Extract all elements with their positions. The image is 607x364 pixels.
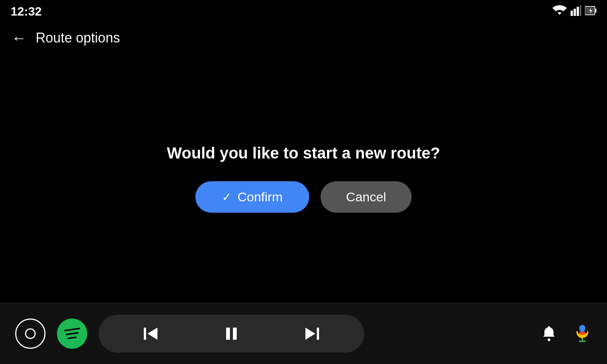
svg-rect-14 bbox=[579, 325, 585, 332]
svg-rect-10 bbox=[233, 328, 237, 340]
svg-rect-15 bbox=[579, 332, 585, 335]
svg-rect-7 bbox=[144, 328, 146, 340]
dialog-question: Would you like to start a new route? bbox=[167, 144, 440, 162]
svg-rect-0 bbox=[571, 11, 573, 16]
status-bar: 12:32 bbox=[0, 0, 607, 23]
confirm-button[interactable]: ✓ Confirm bbox=[195, 181, 309, 213]
svg-rect-11 bbox=[317, 328, 319, 340]
confirm-label: Confirm bbox=[237, 190, 283, 204]
page-title: Route options bbox=[36, 30, 120, 46]
svg-rect-2 bbox=[577, 7, 579, 16]
spotify-button[interactable] bbox=[57, 318, 87, 349]
svg-rect-5 bbox=[595, 9, 596, 13]
svg-marker-12 bbox=[305, 328, 315, 340]
svg-rect-9 bbox=[226, 328, 230, 340]
record-icon bbox=[25, 328, 36, 339]
pause-button[interactable] bbox=[220, 322, 243, 345]
svg-point-13 bbox=[548, 338, 550, 341]
nav-bar: ← Route options bbox=[0, 23, 607, 53]
status-icons bbox=[552, 5, 596, 17]
back-button[interactable]: ← bbox=[11, 30, 27, 46]
mic-button[interactable] bbox=[573, 323, 592, 345]
status-time: 12:32 bbox=[11, 5, 42, 19]
checkmark-icon: ✓ bbox=[222, 190, 231, 204]
battery-icon bbox=[585, 5, 596, 17]
notification-button[interactable] bbox=[540, 325, 558, 343]
dialog-buttons: ✓ Confirm Cancel bbox=[195, 181, 412, 213]
prev-button[interactable] bbox=[139, 322, 162, 345]
wifi-icon bbox=[552, 5, 567, 17]
main-content: Would you like to start a new route? ✓ C… bbox=[0, 53, 607, 303]
svg-rect-17 bbox=[579, 340, 586, 342]
record-button[interactable] bbox=[15, 318, 46, 349]
svg-rect-1 bbox=[574, 9, 576, 16]
spotify-icon bbox=[64, 329, 80, 339]
right-controls bbox=[540, 323, 592, 345]
signal-icon bbox=[571, 5, 581, 17]
cancel-button[interactable]: Cancel bbox=[321, 181, 412, 213]
svg-rect-3 bbox=[580, 5, 581, 16]
svg-marker-8 bbox=[148, 328, 157, 340]
bell-icon bbox=[540, 337, 558, 343]
bottom-bar bbox=[0, 303, 607, 364]
next-button[interactable] bbox=[301, 322, 324, 345]
media-controls bbox=[99, 315, 364, 353]
